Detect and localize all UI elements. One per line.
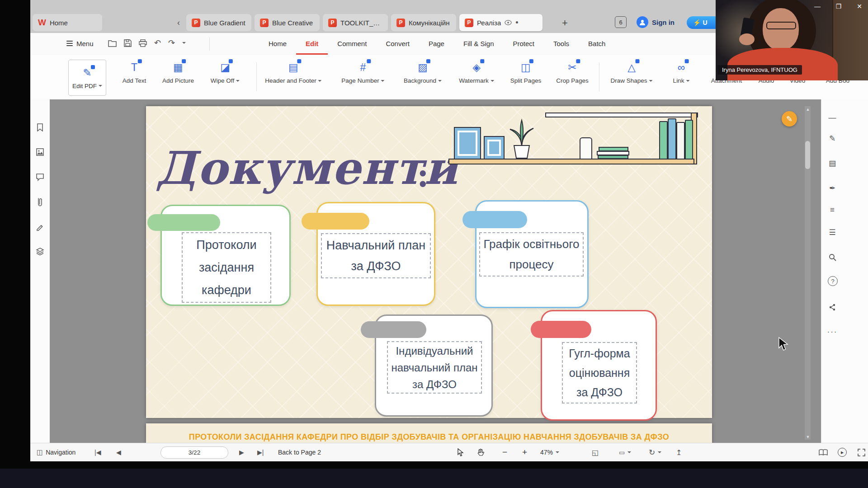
help-icon[interactable]: ? [828, 276, 838, 286]
tab-fill-sign[interactable]: Fill & Sign [454, 33, 504, 55]
thumbnails-icon[interactable] [36, 148, 44, 156]
rotate-icon[interactable]: ↻ [649, 443, 661, 461]
doc-card-curriculum[interactable]: Навчальний план за ДФЗО [316, 202, 435, 306]
doc-tab-4[interactable]: P Комунікаційн [391, 14, 456, 31]
list-icon[interactable]: ☰ [826, 226, 838, 238]
tab-convert[interactable]: Convert [376, 33, 419, 55]
doc-tab-3[interactable]: P TOOLKIT_Dual [323, 14, 388, 31]
back-to-page-link[interactable]: Back to Page 2 [278, 443, 321, 461]
webcam-overlay: Iryna Perevozova, IFNTUOG — ❐ ✕ [716, 0, 868, 80]
home-tab[interactable]: W Home [33, 14, 102, 31]
collapse-icon[interactable]: — [826, 112, 838, 124]
first-page-button[interactable]: |◀ [94, 443, 101, 461]
minimize-button[interactable]: — [813, 3, 822, 10]
signature-icon[interactable] [36, 222, 44, 231]
header-footer-button[interactable]: ▤ Header and Footer [265, 61, 321, 84]
stamp-icon[interactable]: ✒ [826, 182, 838, 194]
history-dropdown-icon[interactable] [182, 42, 186, 46]
vertical-book [668, 118, 676, 160]
quick-edit-fab[interactable]: ✎ [782, 111, 797, 127]
print-icon[interactable] [139, 39, 147, 47]
tab-scroll-left-icon[interactable]: ‹ [177, 18, 180, 28]
link-button[interactable]: ∞ Link [673, 61, 690, 84]
export-icon[interactable]: ▤ [826, 157, 838, 169]
hand-tool-button[interactable] [477, 443, 484, 461]
tab-protect[interactable]: Protect [504, 33, 544, 55]
card-accent-pill [462, 211, 527, 228]
window-count-badge[interactable]: 6 [615, 16, 627, 28]
bookmark-icon[interactable] [36, 123, 44, 131]
redo-icon[interactable]: ↷ [168, 38, 175, 48]
share-icon[interactable] [826, 301, 838, 313]
annotate-icon[interactable]: ✎ [826, 132, 838, 144]
sign-in-button[interactable]: Sign in [637, 16, 675, 28]
pdf-file-icon: P [260, 19, 269, 27]
background-button[interactable]: ▨ Background [404, 61, 442, 84]
navigation-panel-button[interactable]: ◫ Navigation [37, 443, 75, 461]
tab-page[interactable]: Page [419, 33, 454, 55]
card-text[interactable]: Графік освітнього процесу [479, 232, 584, 277]
tab-home[interactable]: Home [259, 33, 296, 55]
doc-card-google-form[interactable]: Гугл-форма оцінювання за ДФЗО [541, 310, 657, 421]
save-icon[interactable] [124, 39, 132, 47]
tab-batch[interactable]: Batch [579, 33, 615, 55]
scroll-up-icon[interactable]: ▲ [805, 107, 811, 112]
scrollbar-thumb[interactable] [805, 141, 810, 169]
scroll-down-icon[interactable]: ▼ [805, 435, 811, 439]
doc-card-schedule[interactable]: Графік освітнього процесу [475, 200, 589, 308]
fit-width-icon[interactable]: ▭ [619, 443, 631, 461]
add-text-button[interactable]: T Add Text [123, 61, 146, 84]
add-picture-button[interactable]: ▦ Add Picture [162, 61, 194, 84]
doc-card-protocols[interactable]: Протоколи засідання кафедри [160, 205, 291, 306]
close-button[interactable]: ✕ [855, 3, 864, 10]
toolbar-label: Draw Shapes [610, 77, 647, 84]
edit-pdf-button[interactable]: ✎ Edit PDF [68, 60, 106, 96]
watermark-button[interactable]: ◈ Watermark [459, 61, 494, 84]
doc-title-colon[interactable]: : [417, 159, 429, 192]
comments-icon[interactable] [36, 173, 44, 181]
card-text[interactable]: Навчальний план за ДФЗО [321, 233, 431, 278]
doc-tab-label: Blue Creative [272, 19, 313, 27]
upload-icon[interactable]: ↥ [676, 443, 682, 461]
doc-title[interactable]: Документи [156, 145, 459, 191]
tab-tools[interactable]: Tools [544, 33, 579, 55]
crop-pages-button[interactable]: ✂ Crop Pages [556, 61, 588, 84]
page-indicator-input[interactable]: 3/22 [160, 446, 228, 459]
pdf-next-page[interactable]: ПРОТОКОЛИ ЗАСІДАННЯ КАФЕДРИ ПРО ВІДБІР З… [146, 423, 712, 443]
zoom-level-dropdown[interactable]: 47% [540, 443, 559, 461]
tab-edit[interactable]: Edit [296, 33, 328, 55]
doc-tab-active[interactable]: P Реаліза • [459, 14, 542, 31]
open-file-icon[interactable] [108, 39, 117, 47]
play-presentation-button[interactable]: ▶ [838, 443, 847, 461]
zoom-in-button[interactable]: + [522, 443, 527, 461]
card-text[interactable]: Гугл-форма оцінювання за ДФЗО [562, 342, 637, 404]
prev-page-button[interactable]: ◀ [116, 443, 121, 461]
read-mode-button[interactable] [819, 443, 828, 461]
card-text[interactable]: Протоколи засідання кафедри [182, 232, 271, 303]
maximize-button[interactable]: ❐ [834, 3, 843, 10]
doc-card-individual-plan[interactable]: Індивідуальний навчальний план за ДФЗО [375, 314, 493, 417]
next-page-button[interactable]: ▶ [239, 443, 244, 461]
outline-icon[interactable]: ≡ [826, 204, 838, 216]
wipe-off-button[interactable]: ◪ Wipe Off [211, 61, 240, 84]
last-page-button[interactable]: ▶| [257, 443, 264, 461]
zoom-out-button[interactable]: − [502, 443, 507, 461]
draw-shapes-button[interactable]: △ Draw Shapes [610, 61, 652, 84]
attachments-icon[interactable] [36, 197, 44, 207]
select-tool-button[interactable] [457, 443, 463, 461]
main-menu-button[interactable]: Menu [66, 39, 94, 47]
fit-page-icon[interactable]: ◱ [592, 443, 599, 461]
new-tab-button[interactable]: + [562, 17, 568, 29]
page-number-button[interactable]: # Page Number [341, 61, 384, 84]
split-pages-button[interactable]: ◫ Split Pages [510, 61, 541, 84]
doc-tab-1[interactable]: P Blue Gradient [186, 14, 251, 31]
tab-comment[interactable]: Comment [328, 33, 376, 55]
doc-tab-2[interactable]: P Blue Creative [255, 14, 320, 31]
left-panel [30, 99, 50, 443]
layers-icon[interactable] [36, 247, 44, 256]
search-icon[interactable] [826, 251, 838, 263]
undo-icon[interactable]: ↶ [154, 38, 161, 48]
card-text[interactable]: Індивідуальний навчальний план за ДФЗО [387, 341, 482, 394]
more-icon[interactable]: ··· [826, 326, 838, 338]
fullscreen-button[interactable] [858, 443, 865, 461]
